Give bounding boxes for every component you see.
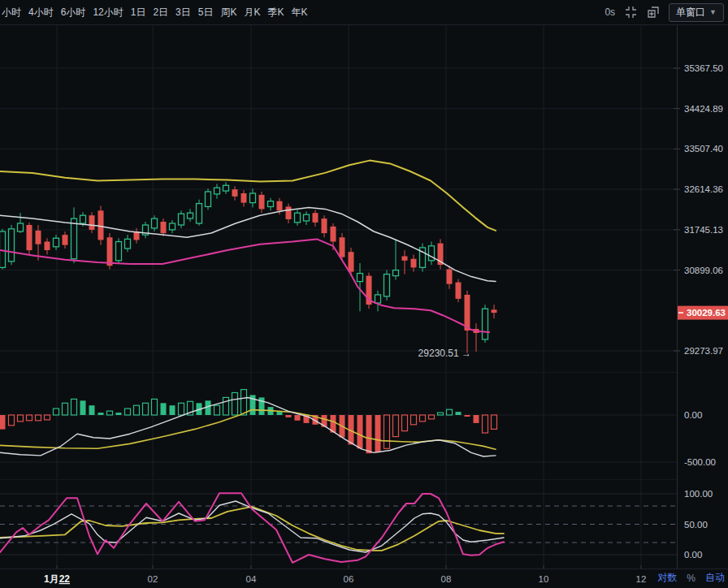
price-label: 31745.13	[684, 225, 723, 235]
candlestick-series	[0, 182, 497, 352]
macd-bar	[80, 400, 86, 415]
auto-scale-toggle[interactable]: 自动	[705, 571, 725, 585]
timeframe-tab-1[interactable]: 4小时	[28, 6, 54, 19]
macd-bar	[116, 413, 122, 415]
timeframe-tab-9[interactable]: 月K	[245, 6, 261, 19]
candle-body	[277, 201, 283, 211]
candle-body	[304, 214, 310, 221]
time-label: 12	[636, 574, 647, 584]
candle-body	[483, 309, 488, 339]
candle-body	[18, 223, 24, 231]
macd-bar	[89, 405, 95, 415]
collapse-icon[interactable]	[623, 5, 638, 19]
timeframe-toolbar: 小时4小时6小时12小时1日2日3日5日周K月K季K年K 0s 单窗口 ▼	[0, 0, 728, 25]
candle-body	[197, 204, 202, 223]
macd-bar	[54, 409, 59, 415]
candle-body	[250, 193, 256, 203]
time-label-month: 1月22	[44, 573, 70, 585]
kdj-label: 50.00	[684, 520, 708, 530]
macd-bar	[366, 415, 372, 453]
candle-body	[241, 193, 247, 203]
candle-body	[358, 274, 363, 282]
candle-body	[340, 237, 345, 257]
candle-countdown: 0s	[604, 6, 615, 18]
macd-bar	[384, 415, 390, 448]
candle-body	[268, 201, 274, 207]
candle-body	[393, 270, 399, 276]
candle-body	[349, 252, 354, 271]
time-label: 04	[246, 574, 257, 584]
macd-bar	[98, 413, 104, 415]
time-axis[interactable]: 1月22020406081012	[44, 573, 646, 585]
macd-bar	[492, 415, 497, 429]
candle-body	[125, 239, 131, 249]
timeframe-tab-5[interactable]: 2日	[153, 6, 168, 19]
time-label: 10	[539, 574, 549, 584]
price-label: 32614.36	[684, 184, 723, 194]
time-label: 02	[148, 574, 158, 584]
timeframe-tab-10[interactable]: 季K	[268, 6, 284, 19]
macd-bar	[474, 415, 479, 423]
candle-body	[9, 229, 15, 262]
trading-chart-window: { "toolbar": { "timeframes": ["小时","4小时"…	[0, 0, 728, 588]
timeframe-tab-4[interactable]: 1日	[131, 6, 146, 19]
log-scale-toggle[interactable]: 对数	[657, 571, 677, 585]
macd-bar	[107, 411, 113, 415]
candle-body	[98, 210, 104, 240]
macd-bar	[36, 415, 41, 421]
timeframe-tab-8[interactable]: 周K	[220, 6, 236, 19]
candle-body	[54, 238, 59, 247]
candle-body	[36, 231, 41, 244]
macd-bar	[63, 403, 68, 415]
time-label: 06	[344, 574, 354, 584]
candle-body	[286, 206, 292, 219]
window-mode-button[interactable]: 单窗口 ▼	[669, 3, 724, 22]
timeframe-list: 小时4小时6小时12小时1日2日3日5日周K月K季K年K	[0, 6, 315, 19]
macd-bar	[125, 409, 131, 415]
candle-body	[375, 295, 381, 303]
window-mode-label: 单窗口	[676, 6, 705, 19]
macd-bar	[232, 393, 238, 416]
macd-bar	[456, 412, 462, 415]
macd-label: -500.00	[684, 457, 716, 467]
candle-body	[259, 195, 265, 210]
candle-body	[447, 270, 453, 284]
candle-body	[411, 259, 417, 268]
toolbar-right: 0s 单窗口 ▼	[604, 3, 728, 22]
macd-bar	[483, 415, 488, 433]
price-label: 33507.40	[684, 144, 723, 153]
timeframe-tab-2[interactable]: 6小时	[61, 6, 86, 19]
kdj-label: 0.00	[684, 550, 702, 560]
candle-body	[161, 222, 167, 233]
candle-body	[0, 231, 6, 267]
timeframe-tab-11[interactable]: 年K	[292, 6, 308, 19]
candle-body	[89, 215, 95, 230]
scale-controls: 对数 % 自动	[657, 571, 725, 585]
macd-bar	[465, 415, 470, 417]
macd-bar	[223, 397, 229, 415]
timeframe-tab-6[interactable]: 3日	[176, 6, 191, 19]
price-label: 30899.06	[684, 266, 723, 275]
macd-bar	[402, 415, 408, 431]
time-label: 08	[441, 574, 452, 584]
candle-body	[45, 242, 50, 251]
macd-bar	[375, 415, 381, 452]
candle-body	[170, 223, 176, 230]
price-label: 34424.89	[684, 104, 723, 114]
macd-bar	[27, 415, 32, 421]
macd-bar	[420, 415, 426, 422]
macd-bar	[134, 405, 140, 415]
grid	[0, 25, 728, 569]
candle-body	[402, 257, 408, 261]
add-pane-icon[interactable]	[646, 5, 661, 19]
chart-canvas[interactable]: 35367.5034424.8933507.4032614.3631745.13…	[0, 0, 728, 588]
chevron-down-icon: ▼	[709, 8, 717, 16]
timeframe-tab-3[interactable]: 12小时	[93, 6, 123, 19]
percent-scale-toggle[interactable]: %	[687, 573, 696, 584]
candle-body	[232, 189, 238, 197]
macd-label: 0.00	[684, 410, 702, 420]
candle-body	[214, 188, 220, 194]
macd-bar	[286, 415, 292, 417]
timeframe-tab-0[interactable]: 小时	[2, 6, 21, 19]
timeframe-tab-7[interactable]: 5日	[198, 6, 214, 19]
